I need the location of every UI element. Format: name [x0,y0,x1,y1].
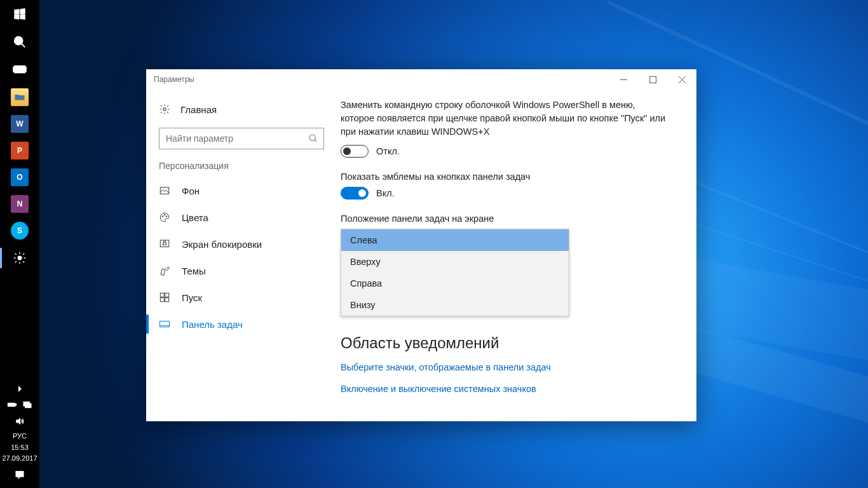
lockscreen-icon [159,238,170,250]
nav-taskbar[interactable]: Панель задач [146,311,337,337]
notification-icon [15,470,25,480]
start-button[interactable] [0,0,39,28]
svg-rect-8 [9,404,14,406]
notification-area-header: Область уведомлений [341,334,677,352]
link-system-icons[interactable]: Включение и выключение системных значков [341,384,677,394]
taskbar-app-onenote[interactable]: N [0,191,39,217]
minimize-icon [620,76,627,83]
nav-background[interactable]: Фон [146,177,337,204]
onenote-icon: N [11,195,29,213]
taskbar-app-word[interactable]: W [0,111,39,137]
dropdown-option-right[interactable]: Справа [341,273,569,294]
nav-home[interactable]: Главная [146,97,337,121]
taskbar-app-skype[interactable]: S [0,217,39,244]
dropdown-option-top[interactable]: Вверху [341,251,569,273]
close-icon [679,76,686,83]
themes-icon [159,265,170,276]
window-maximize-button[interactable] [638,69,667,90]
svg-point-19 [162,216,163,217]
nav-label: Фон [182,186,200,196]
dropdown-option-left[interactable]: Слева [341,229,569,251]
search-icon [13,35,27,49]
svg-rect-25 [165,293,169,297]
toggle-badges[interactable] [341,187,369,200]
svg-point-21 [166,216,167,217]
nav-colors[interactable]: Цвета [146,204,337,231]
taskbar-app-powerpoint[interactable]: P [0,137,39,164]
tray-overflow-button[interactable] [0,380,39,398]
window-title: Параметры [154,75,609,84]
tray-volume-icon[interactable] [15,416,25,429]
setting-badges-label: Показать эмблемы на кнопках панели задач [341,172,677,182]
window-close-button[interactable] [667,69,696,90]
nav-start[interactable]: Пуск [146,284,337,311]
settings-content: Заменить командную строку оболочкой Wind… [337,90,696,421]
tray-date[interactable]: 27.09.2017 [2,453,37,464]
svg-rect-7 [15,404,16,406]
svg-point-15 [163,108,166,111]
nav-label: Цвета [182,212,208,223]
svg-rect-24 [160,293,164,297]
tray-language[interactable]: РУС [13,431,27,442]
svg-point-20 [164,215,165,216]
nav-label: Панель задач [182,319,243,330]
taskbar-app-file-explorer[interactable] [0,84,39,111]
taskbar-app-outlook[interactable]: O [0,164,39,191]
svg-rect-12 [649,76,656,83]
svg-rect-26 [160,298,164,302]
task-view-button[interactable] [0,56,39,84]
taskbar-position-dropdown[interactable]: Слева Вверху Справа Внизу [341,229,569,316]
sidebar-section-label: Персонализация [146,161,337,177]
svg-rect-23 [163,243,166,245]
window-titlebar[interactable]: Параметры [146,69,696,90]
toggle-badges-state: Вкл. [376,188,395,198]
nav-label: Экран блокировки [182,239,262,250]
settings-window: Параметры Главная Персонализация Фон [146,69,696,421]
svg-rect-22 [160,240,169,247]
settings-search[interactable] [159,128,324,149]
svg-rect-27 [165,298,169,302]
task-view-icon [13,63,27,77]
dropdown-option-bottom[interactable]: Внизу [341,294,569,316]
nav-themes[interactable]: Темы [146,257,337,284]
skype-icon: S [11,222,29,240]
search-icon [308,133,318,144]
picture-icon [159,185,170,196]
nav-home-label: Главная [180,104,217,115]
settings-sidebar: Главная Персонализация Фон Цвета Экран б… [146,90,337,421]
window-minimize-button[interactable] [609,69,638,90]
link-select-taskbar-icons[interactable]: Выберите значки, отображаемые в панели з… [341,362,677,372]
svg-rect-10 [25,403,31,408]
svg-line-17 [315,140,316,142]
tray-battery-icon[interactable] [7,400,17,412]
taskbar-icon [159,318,170,330]
taskbar-app-settings[interactable] [0,244,39,272]
svg-point-0 [15,37,23,45]
svg-rect-4 [24,67,26,71]
start-tiles-icon [159,292,170,303]
chevron-right-icon [15,384,25,394]
tray-time[interactable]: 15:53 [11,442,29,453]
action-center-button[interactable] [0,464,39,485]
outlook-icon: O [11,168,29,186]
svg-line-1 [22,44,25,48]
svg-rect-2 [15,66,25,73]
system-tray: РУС 15:53 27.09.2017 [0,380,39,488]
toggle-powershell[interactable] [341,145,369,158]
gear-icon [13,251,27,265]
taskbar: W P O N S РУС 15:53 27.09.2017 [0,0,39,488]
nav-lockscreen[interactable]: Экран блокировки [146,231,337,257]
tray-network-icon[interactable] [22,400,32,412]
settings-search-input[interactable] [166,133,308,144]
file-explorer-icon [11,88,29,106]
maximize-icon [649,76,656,83]
windows-logo-icon [13,7,27,21]
gear-icon [159,104,170,115]
svg-rect-3 [13,67,15,71]
svg-point-5 [18,256,22,260]
setting-powershell-desc: Заменить командную строку оболочкой Wind… [341,98,671,139]
svg-rect-28 [160,322,170,327]
svg-point-16 [309,135,315,140]
toggle-powershell-state: Откл. [376,146,400,156]
search-button[interactable] [0,28,39,56]
